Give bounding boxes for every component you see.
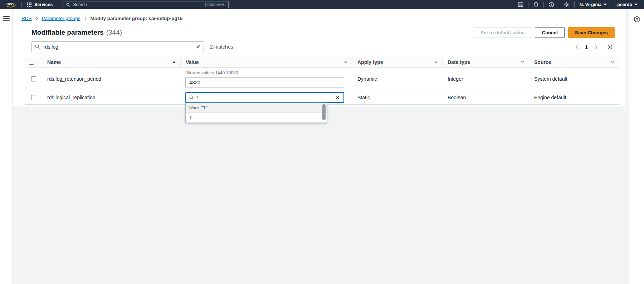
parameter-value-cell: 1 Use: "1" 1: [181, 90, 352, 104]
filter-dropdown-icon[interactable]: [611, 60, 615, 64]
page-title: Modifiable parameters: [31, 29, 104, 36]
breadcrumb-current: Modify parameter group: sai-setup-pg15: [91, 16, 183, 21]
data-type-cell: Boolean: [443, 90, 529, 104]
table-preferences-gear-icon[interactable]: [605, 42, 615, 51]
column-header-value[interactable]: Value: [181, 57, 352, 67]
settings-gear-icon[interactable]: [559, 0, 574, 9]
value-suggestions-dropdown: Use: "1" 1: [185, 103, 327, 123]
set-to-default-button[interactable]: Set to default value: [474, 27, 532, 38]
match-count: 2 matches: [210, 44, 233, 50]
dropdown-scrollbar[interactable]: [322, 104, 326, 120]
aws-logo[interactable]: aws: [6, 1, 16, 8]
page-number[interactable]: 1: [582, 42, 591, 51]
notifications-bell-icon[interactable]: [528, 0, 543, 9]
account-menu[interactable]: peerdb: [612, 0, 644, 9]
use-entered-value-option[interactable]: Use: "1": [186, 103, 327, 113]
breadcrumb-rds-link[interactable]: RDS: [21, 16, 32, 21]
cloudshell-icon[interactable]: [513, 0, 528, 9]
parameter-count: (344): [106, 29, 122, 36]
table-row: rds.log_retention_period Allowed values …: [25, 68, 619, 90]
services-label: Services: [34, 2, 53, 7]
content-card: RDS Parameter groups Modify parameter gr…: [13, 9, 625, 106]
filter-dropdown-icon[interactable]: [344, 60, 348, 64]
filter-toolbar: 2 matches 1: [31, 41, 615, 52]
parameter-name-cell: rds.log_retention_period: [42, 68, 181, 90]
filter-dropdown-icon[interactable]: [434, 60, 438, 64]
select-all-cell: [25, 57, 42, 67]
row-select-cell: [25, 90, 42, 104]
chevron-right-icon: [84, 16, 87, 21]
services-menu[interactable]: Services: [22, 0, 58, 9]
search-icon: [189, 95, 194, 100]
region-label: N. Virginia: [580, 2, 602, 7]
column-header-source[interactable]: Source: [529, 57, 619, 67]
chevron-down-icon: [604, 4, 607, 6]
top-navbar: aws Services Search [Option+S]: [0, 0, 644, 9]
allowed-values-hint: Allowed values 1440-10080: [185, 70, 238, 75]
combobox-query-text: 1: [196, 95, 199, 100]
source-cell: Engine default: [529, 90, 619, 104]
row-checkbox[interactable]: [31, 76, 36, 81]
svg-text:?: ?: [550, 3, 552, 6]
source-cell: System default: [529, 68, 619, 90]
suggestion-option[interactable]: 1: [186, 113, 327, 123]
previous-page-icon[interactable]: [572, 42, 582, 51]
save-changes-button[interactable]: Save Changes: [568, 27, 615, 38]
value-combobox-input[interactable]: 1: [185, 92, 344, 103]
navbar-right-group: ? N. Virginia peerdb: [513, 0, 644, 9]
column-header-apply-type[interactable]: Apply type: [352, 57, 443, 67]
account-label: peerdb: [617, 2, 632, 7]
parameter-filter-input[interactable]: [31, 41, 204, 52]
parameter-name-cell: rds.logical_replication: [42, 90, 181, 104]
parameter-value-cell: Allowed values 1440-10080: [181, 68, 352, 90]
text-cursor: [202, 95, 202, 100]
table-header-row: Name Value Apply type Data type: [25, 57, 619, 68]
cancel-button[interactable]: Cancel: [535, 27, 564, 38]
aws-logo-text: aws: [6, 1, 15, 6]
side-panel-hexagon-icon[interactable]: [633, 15, 640, 24]
column-header-data-type[interactable]: Data type: [443, 57, 529, 67]
select-all-checkbox[interactable]: [29, 60, 34, 65]
header-actions: Set to default value Cancel Save Changes: [474, 27, 615, 38]
breadcrumb: RDS Parameter groups Modify parameter gr…: [13, 9, 625, 21]
help-icon[interactable]: ?: [544, 0, 559, 9]
data-type-cell: Integer: [443, 68, 529, 90]
breadcrumb-parameter-groups-link[interactable]: Parameter groups: [42, 16, 80, 21]
region-selector[interactable]: N. Virginia: [575, 0, 612, 9]
chevron-down-icon: [634, 4, 638, 6]
next-page-icon[interactable]: [591, 42, 600, 51]
global-search-placeholder: Search: [73, 2, 87, 7]
search-icon: [66, 3, 70, 7]
parameters-table: Name Value Apply type Data type: [25, 57, 619, 105]
parameter-filter: [31, 41, 204, 52]
row-checkbox[interactable]: [31, 95, 36, 100]
apps-grid-icon: [27, 2, 32, 7]
filter-dropdown-icon[interactable]: [521, 60, 525, 64]
row-select-cell: [25, 68, 42, 90]
clear-combobox-icon[interactable]: [333, 94, 341, 101]
apply-type-cell: Static: [352, 90, 443, 104]
clear-filter-icon[interactable]: [194, 43, 203, 51]
menu-hamburger-icon[interactable]: [3, 15, 10, 22]
sort-ascending-icon[interactable]: [172, 60, 176, 64]
pagination: 1: [572, 42, 615, 51]
right-sidebar-rail: [629, 9, 644, 284]
parameter-value-input[interactable]: [185, 77, 344, 88]
left-sidebar-rail: [0, 9, 13, 284]
search-shortcut-hint: [Option+S]: [205, 2, 225, 7]
global-search-input[interactable]: Search [Option+S]: [63, 1, 229, 8]
page-header: Modifiable parameters (344) Set to defau…: [31, 27, 615, 38]
table-row: rds.logical_replication 1 Us: [25, 90, 619, 105]
apply-type-cell: Dynamic: [352, 68, 443, 90]
chevron-right-icon: [35, 16, 39, 21]
column-header-name[interactable]: Name: [42, 57, 181, 67]
